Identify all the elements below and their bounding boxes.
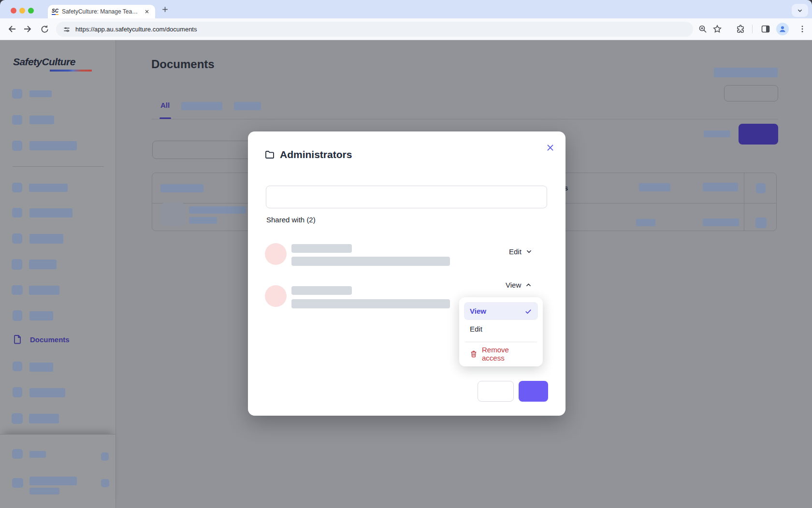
skeleton-bar [29,477,77,485]
folder-icon [265,150,275,159]
zoom-window-button[interactable] [28,8,34,14]
site-settings-icon[interactable] [63,26,71,33]
skeleton-icon [12,115,22,125]
table-column-divider [744,173,744,231]
skeleton-bar [29,488,59,494]
reload-icon[interactable] [39,23,50,35]
skeleton-bar [29,90,52,97]
skeleton-tab[interactable] [234,102,261,110]
zoom-icon[interactable] [697,23,709,35]
skeleton-bar [29,311,53,320]
chevron-up-icon [525,281,532,289]
skeleton-header [160,184,203,192]
skeleton-cell [703,218,739,226]
check-icon [524,307,532,315]
modal-title-row: Administrators [265,149,352,160]
close-icon[interactable] [544,141,556,154]
skeleton-badge [101,479,109,487]
tab-title: SafetyCulture: Manage Teams and... [62,8,141,15]
browser-menu-icon[interactable] [797,23,808,35]
menu-item-label: View [470,307,486,315]
skeleton-icon [12,259,22,270]
side-panel-icon[interactable] [760,23,771,35]
user-avatar [265,285,287,307]
sidebar-divider [13,166,104,167]
sidebar-item-documents[interactable]: Documents [13,334,70,345]
skeleton-bar [714,68,778,77]
skeleton-header [639,183,670,191]
menu-divider [465,342,537,342]
skeleton-bar [29,286,59,295]
logo-underline [50,70,92,72]
skeleton-user-email [291,299,450,308]
permission-label: Edit [509,247,522,256]
skeleton-bar [29,451,46,458]
skeleton-bar [29,208,72,218]
skeleton-tab[interactable] [181,102,222,110]
menu-item-label: Edit [470,325,482,333]
skeleton-icon [13,362,22,371]
sidebar: SafetyCulture [0,40,116,508]
menu-item-view[interactable]: View [464,302,538,320]
tabs-divider [151,119,778,119]
skeleton-header-icon [756,183,766,193]
permission-dropdown-view[interactable]: View [506,281,532,289]
skeleton-header [703,183,738,191]
skeleton-icon [12,478,23,488]
share-search-input[interactable] [266,186,547,208]
minimize-window-button[interactable] [19,8,25,14]
extensions-icon[interactable] [735,23,746,35]
document-icon [13,334,22,345]
tab-all[interactable]: All [160,101,170,109]
create-button-dimmed[interactable] [739,124,778,145]
skeleton-user-name [291,244,352,253]
browser-tabstrip: SC SafetyCulture: Manage Teams and... [0,0,812,18]
skeleton-bar [29,388,65,397]
skeleton-action-icon [755,218,767,228]
safetyculture-favicon: SC [52,9,58,15]
permission-label: View [506,281,521,289]
share-modal: Administrators Shared with (2) Edit View [248,131,566,416]
sidebar-bottom-section [0,434,116,508]
address-bar[interactable]: https://app.au.safetyculture.com/documen… [56,22,693,37]
shared-with-label: Shared with (2) [266,216,316,224]
menu-item-label: Remove access [482,346,532,362]
toolbar-divider [752,25,753,33]
chevron-down-icon [525,248,533,255]
permission-menu: View Edit Remove access [459,297,543,366]
skeleton-icon [12,208,22,218]
skeleton-icon [12,141,22,151]
forward-icon[interactable] [22,23,34,35]
sidebar-item-label: Documents [30,335,70,344]
close-window-button[interactable] [11,8,16,14]
tab-search-button[interactable] [792,4,808,17]
browser-tab[interactable]: SC SafetyCulture: Manage Teams and... [48,5,155,18]
menu-item-remove-access[interactable]: Remove access [464,346,538,362]
skeleton-bar [29,116,54,124]
skeleton-icon [12,183,22,192]
back-icon[interactable] [6,23,17,35]
cancel-button[interactable] [478,381,514,402]
menu-item-edit[interactable]: Edit [464,320,538,338]
skeleton-cell [636,219,655,226]
skeleton-icon [12,413,23,424]
skeleton-badge [101,452,109,461]
safetyculture-logo: SafetyCulture [13,56,75,68]
tab-close-icon[interactable] [145,9,149,14]
page-title: Documents [151,58,215,71]
skeleton-cell [189,217,217,224]
ghost-button[interactable] [724,85,778,102]
bookmark-star-icon[interactable] [711,23,723,35]
modal-title: Administrators [280,149,352,160]
confirm-button[interactable] [519,381,548,402]
profile-avatar[interactable] [776,23,789,35]
skeleton-bar [704,131,730,137]
skeleton-user-name [291,286,352,295]
skeleton-bar [29,260,57,269]
new-tab-button[interactable] [161,6,169,13]
page-content-dimmed: SafetyCulture [0,40,812,508]
skeleton-icon [12,89,22,99]
permission-dropdown-edit[interactable]: Edit [509,247,533,256]
skeleton-icon [12,233,22,244]
document-thumbnail [160,203,186,226]
